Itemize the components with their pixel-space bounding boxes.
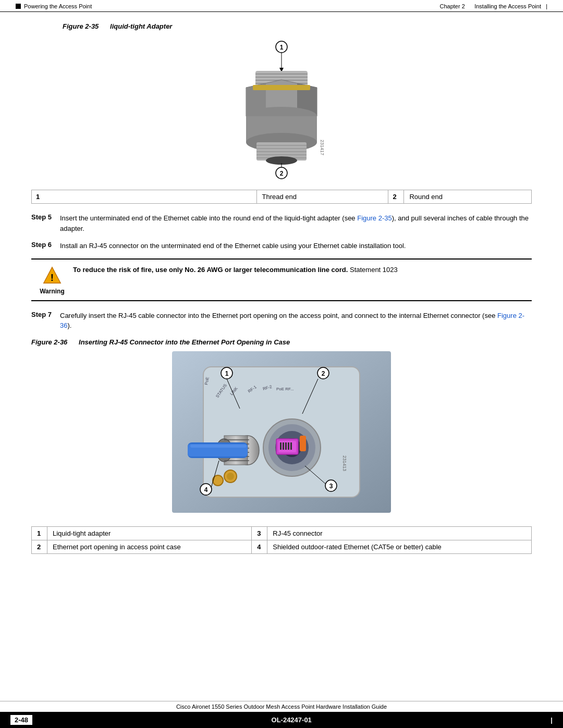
footer-guide-title: Cisco Aironet 1550 Series Outdoor Mesh A… <box>0 701 563 712</box>
fig36-label2: Ethernet port opening in access point ca… <box>47 540 252 553</box>
step6-label: Step 6 <box>31 241 60 249</box>
svg-text:!: ! <box>51 272 54 282</box>
fig36-num4: 4 <box>252 540 267 553</box>
fig35-num2: 2 <box>388 190 404 204</box>
svg-text:231413: 231413 <box>342 455 347 471</box>
svg-text:2: 2 <box>322 370 325 377</box>
step5-row: Step 5 Insert the unterminated end of th… <box>31 213 532 233</box>
step6-content: Install an RJ-45 connector on the unterm… <box>60 241 532 251</box>
svg-text:3: 3 <box>329 483 333 490</box>
header-square-icon <box>16 4 21 9</box>
figure35-container: 1 <box>31 35 532 181</box>
svg-rect-60 <box>300 436 306 451</box>
step5-content: Insert the unterminated end of the Ether… <box>60 213 532 233</box>
page-header: Powering the Access Point Chapter 2 Inst… <box>0 0 563 12</box>
step6-row: Step 6 Install an RJ-45 connector on the… <box>31 241 532 251</box>
step7-row: Step 7 Carefully insert the RJ-45 cable … <box>31 311 532 331</box>
fig35-label1: Thread end <box>256 190 388 204</box>
doc-number: OL-24247-01 <box>272 716 312 724</box>
svg-rect-55 <box>280 442 282 450</box>
adapter-figure: 1 <box>198 35 365 181</box>
page-footer: Cisco Aironet 1550 Series Outdoor Mesh A… <box>0 701 563 728</box>
page-number: 2-48 <box>10 715 32 725</box>
connector-figure: PoE STATUS LINK RF-1 RF-2 PoE RF... 1 2 … <box>172 351 391 518</box>
figure35-link[interactable]: Figure 2-35 <box>357 214 391 222</box>
figure36-table: 1 Liquid-tight adapter 3 RJ-45 connector… <box>31 526 532 554</box>
svg-text:4: 4 <box>204 486 208 493</box>
step7-label: Step 7 <box>31 311 60 318</box>
figure36-container: PoE STATUS LINK RF-1 RF-2 PoE RF... 1 2 … <box>31 351 532 518</box>
adapter-svg: 1 <box>198 35 365 181</box>
svg-point-62 <box>227 473 234 480</box>
warning-icon-cell: ! Warning <box>31 265 73 295</box>
chapter-title: Installing the Access Point <box>474 3 541 9</box>
svg-text:231417: 231417 <box>320 140 325 155</box>
figure35-table: 1 Thread end 2 Round end <box>31 190 532 204</box>
svg-rect-57 <box>285 442 287 450</box>
warning-row: ! Warning To reduce the risk of fire, us… <box>31 258 532 301</box>
connector-svg: PoE STATUS LINK RF-1 RF-2 PoE RF... 1 2 … <box>172 351 391 518</box>
warning-triangle-icon: ! <box>42 266 62 286</box>
fig36-num1: 1 <box>32 526 47 540</box>
footer-pipe: | <box>550 716 553 724</box>
header-right: Chapter 2 Installing the Access Point | <box>440 3 547 9</box>
svg-text:1: 1 <box>280 44 284 51</box>
svg-text:2: 2 <box>280 170 284 177</box>
header-left: Powering the Access Point <box>16 3 92 9</box>
chapter-label: Chapter 2 <box>440 3 465 9</box>
warning-text: To reduce the risk of fire, use only No.… <box>73 265 532 275</box>
svg-text:1: 1 <box>225 370 229 377</box>
fig35-num1: 1 <box>32 190 257 204</box>
svg-rect-58 <box>288 442 289 450</box>
section-label: Powering the Access Point <box>24 3 92 9</box>
step7-content: Carefully insert the RJ-45 cable connect… <box>60 311 532 331</box>
fig36-label4: Shielded outdoor-rated Ethernet (CAT5e o… <box>267 540 532 553</box>
svg-rect-17 <box>253 85 310 90</box>
fig36-num3: 3 <box>252 526 267 540</box>
svg-rect-52 <box>190 445 247 448</box>
warning-label: Warning <box>40 288 65 295</box>
fig36-num2: 2 <box>32 540 47 553</box>
fig35-label2: Round end <box>404 190 532 204</box>
figure36-link[interactable]: Figure 2-36 <box>60 312 524 330</box>
svg-text:PoE RF...: PoE RF... <box>276 387 294 391</box>
warning-bold-text: To reduce the risk of fire, use only No.… <box>73 266 348 274</box>
fig36-label1: Liquid-tight adapter <box>47 526 252 540</box>
svg-rect-56 <box>283 442 284 450</box>
footer-bottom: 2-48 OL-24247-01 | <box>0 712 563 728</box>
fig36-label3: RJ-45 connector <box>267 526 532 540</box>
step5-label: Step 5 <box>31 213 60 221</box>
main-content: Figure 2-35 liquid-tight Adapter 1 <box>0 12 563 596</box>
svg-rect-59 <box>290 442 292 450</box>
figure35-title: Figure 2-35 liquid-tight Adapter <box>63 22 532 30</box>
figure36-title: Figure 2-36 Inserting RJ-45 Connector in… <box>31 338 532 346</box>
